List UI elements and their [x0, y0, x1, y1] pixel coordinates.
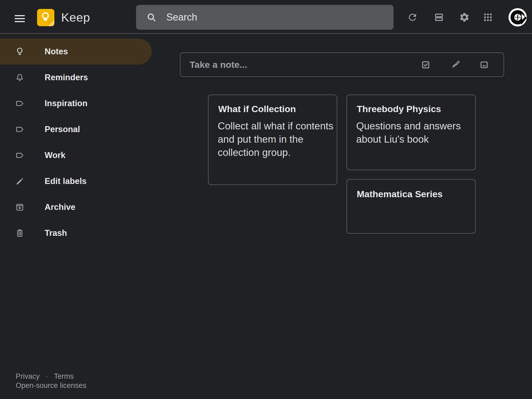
sidebar-item-work[interactable]: Work	[0, 142, 152, 168]
take-a-note-input[interactable]: Take a note...	[180, 52, 504, 77]
main-menu-icon[interactable]	[15, 15, 25, 22]
top-app-bar: Keep Search	[0, 0, 532, 34]
note-title: What if Collection	[218, 103, 337, 115]
trash-icon	[15, 228, 25, 238]
sidebar-item-edit-labels[interactable]: Edit labels	[0, 168, 152, 194]
sidebar-item-label: Notes	[45, 47, 68, 56]
archive-icon	[15, 202, 25, 212]
search-input[interactable]: Search	[136, 5, 394, 30]
google-apps-grid-icon[interactable]	[483, 12, 493, 23]
new-list-checkbox-icon[interactable]	[421, 60, 431, 70]
footer-separator: ·	[46, 372, 48, 381]
sidebar-item-label: Inspiration	[45, 99, 87, 108]
note-card[interactable]: Threebody Physics Questions and answers …	[346, 95, 476, 170]
sidebar-item-label: Work	[45, 150, 65, 160]
label-icon	[15, 125, 25, 134]
sidebar-item-trash[interactable]: Trash	[0, 220, 152, 246]
sidebar-item-label: Trash	[45, 228, 67, 238]
pencil-icon	[15, 176, 25, 186]
sidebar-item-label: Edit labels	[45, 176, 87, 186]
sidebar-item-reminders[interactable]: Reminders	[0, 65, 152, 90]
note-title: Threebody Physics	[357, 103, 475, 115]
bell-icon	[15, 73, 25, 82]
label-icon	[15, 150, 25, 160]
new-drawing-brush-icon[interactable]	[450, 60, 460, 70]
open-source-licenses-link[interactable]: Open-source licenses	[16, 381, 86, 390]
terms-link[interactable]: Terms	[54, 372, 74, 381]
new-image-icon[interactable]	[479, 60, 489, 70]
list-view-icon[interactable]	[434, 12, 444, 23]
privacy-link[interactable]: Privacy	[16, 372, 40, 381]
note-card[interactable]: What if Collection Collect all what if c…	[208, 95, 337, 185]
gear-icon[interactable]	[459, 12, 470, 23]
lightbulb-icon	[15, 47, 25, 56]
search-icon	[146, 12, 157, 22]
note-body: Collect all what if contents and put the…	[218, 119, 337, 159]
sidebar-item-archive[interactable]: Archive	[0, 194, 152, 220]
note-card[interactable]: Mathematica Series	[346, 179, 476, 234]
sidebar-nav: Notes Reminders Inspiration Personal	[0, 34, 152, 246]
sidebar-item-notes[interactable]: Notes	[0, 39, 152, 65]
sidebar-item-inspiration[interactable]: Inspiration	[0, 90, 152, 116]
keep-logo-icon[interactable]	[37, 9, 54, 26]
sidebar-item-label: Archive	[45, 202, 75, 212]
sidebar-item-label: Reminders	[45, 73, 88, 82]
label-icon	[15, 99, 25, 108]
refresh-icon[interactable]	[407, 12, 418, 23]
take-a-note-placeholder: Take a note...	[190, 59, 421, 70]
footer: Privacy · Terms Open-source licenses	[16, 372, 86, 390]
note-title: Mathematica Series	[357, 188, 475, 200]
note-body: Questions and answers about Liu's book	[356, 119, 476, 146]
search-placeholder: Search	[166, 12, 197, 23]
sidebar-item-personal[interactable]: Personal	[0, 116, 152, 142]
account-avatar[interactable]	[508, 8, 527, 27]
app-title: Keep	[61, 11, 90, 24]
sidebar-item-label: Personal	[45, 125, 80, 134]
